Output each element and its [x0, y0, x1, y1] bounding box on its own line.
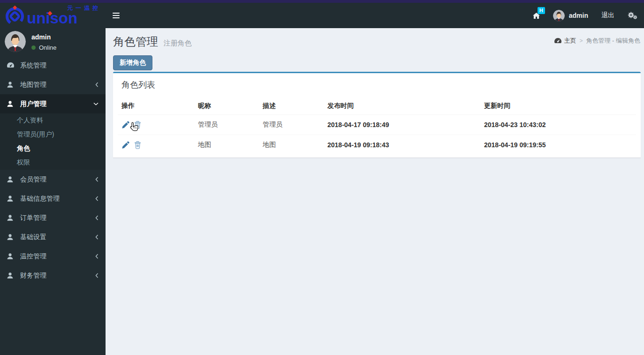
online-status-icon: [31, 45, 36, 50]
user-icon: [7, 215, 17, 221]
chevron-left-icon: [95, 273, 98, 278]
sidebar-item-basic-settings[interactable]: 基础设置: [0, 227, 106, 247]
logout-label: 退出: [601, 11, 614, 20]
cell-description: 管理员: [259, 115, 324, 135]
sidebar-toggle-button[interactable]: [113, 13, 120, 18]
brand-tagline: 元一温控: [67, 4, 101, 12]
user-icon: [7, 234, 17, 240]
sidebar-item-map-mgmt[interactable]: 地图管理: [0, 75, 106, 94]
col-header-actions: 操作: [118, 98, 194, 115]
trash-icon: [134, 121, 141, 129]
sidebar-item-label: 订单管理: [20, 214, 46, 222]
top-accent-strip: [0, 0, 644, 3]
avatar: [553, 10, 565, 22]
dashboard-icon: [554, 38, 561, 44]
pencil-icon: [121, 141, 129, 149]
cell-nickname: 管理员: [194, 115, 259, 135]
breadcrumb-current: 角色管理 - 编辑角色: [586, 37, 640, 45]
user-icon: [7, 196, 17, 202]
submenu-item-label: 管理员(用户): [17, 130, 54, 139]
cell-description: 地图: [259, 135, 324, 155]
pencil-icon: [121, 121, 129, 129]
logout-button[interactable]: 退出: [595, 3, 621, 28]
sidebar-item-label: 用户管理: [20, 100, 46, 108]
breadcrumb: 主页 > 角色管理 - 编辑角色: [554, 37, 640, 45]
cell-published: 2018-04-17 09:18:49: [324, 115, 480, 135]
sidebar-item-permissions[interactable]: 权限: [0, 156, 106, 170]
brand-swirl-icon: [4, 5, 25, 26]
table-row: 地图 地图 2018-04-19 09:18:43 2018-04-19 09:…: [118, 135, 636, 155]
sidebar-item-label: 基础设置: [20, 233, 46, 242]
sidebar: admin Online 系统管理 地图管理 用户管: [0, 28, 106, 355]
chevron-left-icon: [95, 215, 98, 220]
submenu-item-label: 个人资料: [17, 116, 43, 125]
user-icon: [7, 101, 17, 107]
sidebar-item-finance-mgmt[interactable]: 财务管理: [0, 266, 106, 285]
sidebar-item-profile[interactable]: 个人资料: [0, 113, 106, 128]
main-content: 角色管理 注册角色 主页 > 角色管理 - 编辑角色 新增角色 角色列表 操作: [106, 28, 644, 355]
user-icon: [7, 176, 17, 182]
page-subtitle: 注册角色: [163, 39, 191, 47]
avatar: [5, 31, 26, 52]
cell-updated: 2018-04-19 09:19:55: [480, 135, 636, 155]
sidebar-item-label: 系统管理: [20, 61, 46, 70]
sidebar-item-basic-info-mgmt[interactable]: 基础信息管理: [0, 189, 106, 208]
sidebar-item-label: 基础信息管理: [20, 195, 60, 203]
cell-nickname: 地图: [194, 135, 259, 155]
chevron-down-icon: [93, 102, 98, 106]
breadcrumb-home-link[interactable]: 主页: [554, 37, 576, 45]
sidebar-item-roles[interactable]: 角色: [0, 142, 106, 156]
breadcrumb-separator: >: [579, 38, 583, 44]
submenu-item-label: 权限: [17, 159, 30, 167]
sidebar-item-user-mgmt[interactable]: 用户管理: [0, 94, 106, 113]
trash-icon: [134, 141, 141, 149]
sidebar-item-admins[interactable]: 管理员(用户): [0, 128, 106, 142]
page-title: 角色管理: [113, 35, 158, 48]
sidebar-item-label: 温控管理: [20, 252, 46, 261]
sidebar-item-temp-control-mgmt[interactable]: 温控管理: [0, 247, 106, 266]
sidebar-item-label: 地图管理: [20, 81, 46, 89]
delete-button[interactable]: [134, 121, 141, 129]
roles-table: 操作 昵称 描述 发布时间 更新时间: [118, 98, 636, 155]
chevron-left-icon: [95, 234, 98, 240]
content-header: 角色管理 注册角色 主页 > 角色管理 - 编辑角色: [106, 28, 644, 49]
app-window: unison 元一温控 H admin 退出: [0, 0, 644, 355]
home-notification-item[interactable]: H: [526, 3, 546, 28]
sidebar-username: admin: [31, 33, 57, 41]
brand-name: unison: [27, 10, 77, 26]
chevron-left-icon: [95, 82, 98, 87]
delete-button[interactable]: [134, 141, 141, 149]
sidebar-item-order-mgmt[interactable]: 订单管理: [0, 208, 106, 227]
edit-button[interactable]: [121, 121, 129, 129]
settings-button[interactable]: [621, 3, 644, 28]
cell-published: 2018-04-19 09:18:43: [324, 135, 480, 155]
add-role-button[interactable]: 新增角色: [113, 55, 152, 70]
edit-button[interactable]: [121, 141, 129, 149]
box-title: 角色列表: [113, 73, 641, 91]
chevron-left-icon: [95, 196, 98, 201]
user-icon: [7, 253, 17, 259]
top-navbar: H admin 退出: [106, 3, 644, 28]
user-icon: [7, 272, 17, 279]
col-header-published: 发布时间: [324, 98, 480, 115]
col-header-description: 描述: [259, 98, 324, 115]
user-icon: [7, 82, 17, 88]
cell-updated: 2018-04-23 10:43:02: [480, 115, 636, 135]
toolbar: 新增角色: [106, 49, 644, 70]
col-header-updated: 更新时间: [480, 98, 636, 115]
sidebar-item-label: 财务管理: [20, 272, 46, 280]
sidebar-user-panel: admin Online: [0, 28, 106, 52]
dashboard-icon: [7, 62, 17, 68]
navbar-user-menu[interactable]: admin: [546, 3, 595, 28]
user-status[interactable]: Online: [31, 44, 57, 51]
submenu-item-label: 角色: [17, 144, 30, 153]
sidebar-item-member-mgmt[interactable]: 会员管理: [0, 170, 106, 189]
role-list-box: 角色列表 操作 昵称 描述 发布时间 更新时间: [113, 72, 641, 158]
sidebar-submenu-user-mgmt: 个人资料 管理员(用户) 角色 权限: [0, 113, 106, 170]
brand-logo[interactable]: unison 元一温控: [0, 3, 106, 28]
chevron-left-icon: [95, 254, 98, 259]
sidebar-item-system-mgmt[interactable]: 系统管理: [0, 56, 106, 75]
sidebar-menu: 系统管理 地图管理 用户管理 个人资料 管理员(用户): [0, 56, 106, 285]
navbar-username: admin: [569, 12, 588, 19]
table-row: 管理员 管理员 2018-04-17 09:18:49 2018-04-23 1…: [118, 115, 636, 135]
